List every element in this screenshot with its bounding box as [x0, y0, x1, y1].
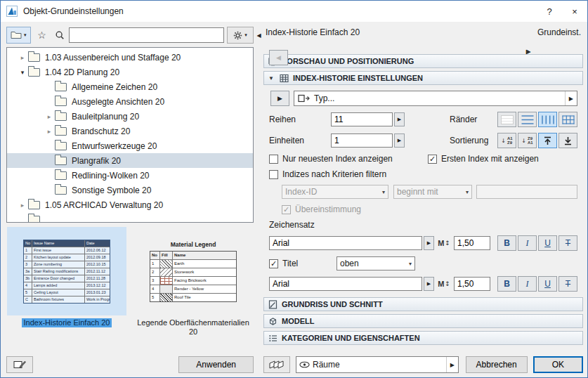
- pad-and-pencil-icon: [13, 360, 26, 370]
- object-previews: NoIssue NameDate1First issue2012.06.122K…: [6, 227, 254, 351]
- section-plan-and-section[interactable]: GRUNDRISS UND SCHNITT: [263, 297, 583, 311]
- tree-item[interactable]: 1.03 Aussenbereich und Staffage 20: [7, 50, 253, 65]
- folder-icon: [28, 216, 40, 223]
- ok-button[interactable]: OK: [533, 356, 583, 373]
- rows-popup-button[interactable]: [394, 112, 405, 126]
- chevron-down-icon: [466, 189, 469, 195]
- layers-button[interactable]: [263, 356, 290, 373]
- folder-icon: [55, 112, 67, 121]
- preview-index-history[interactable]: NoIssue NameDate1First issue2012.06.122K…: [6, 227, 127, 351]
- title-font-popup-button[interactable]: [424, 277, 434, 291]
- underline-button[interactable]: U: [538, 235, 557, 251]
- popup-arrow-icon: [565, 91, 577, 105]
- tree-item[interactable]: Brandschutz 20: [7, 124, 253, 138]
- font-size-input[interactable]: [454, 236, 490, 250]
- chevron-down-icon: [409, 261, 412, 267]
- apply-button[interactable]: Anwenden: [178, 356, 254, 373]
- rows-input[interactable]: [331, 112, 393, 126]
- section-model[interactable]: MODELL: [263, 314, 583, 328]
- units-input[interactable]: [331, 133, 393, 148]
- title-font-size-input[interactable]: [454, 277, 490, 291]
- preview-thumbnail-selected: NoIssue NameDate1First issue2012.06.122K…: [7, 227, 126, 315]
- section-index-history-settings[interactable]: INDEX-HISTORIE EINSTELLUNGEN: [263, 71, 583, 85]
- library-tree: 1.03 Aussenbereich und Staffage 20 1.04 …: [6, 47, 254, 223]
- text-height-icon: [436, 280, 452, 288]
- text-height-icon: [436, 239, 452, 247]
- folder-icon: [55, 157, 67, 165]
- material-legend-title: Material Legend: [171, 241, 216, 248]
- tree-item[interactable]: [7, 212, 253, 223]
- sorting-label: Sortierung: [450, 136, 497, 145]
- help-button[interactable]: ?: [537, 1, 562, 22]
- tree-item[interactable]: Bauleitplanung 20: [7, 109, 253, 124]
- tree-item[interactable]: Redlining-Wolken 20: [7, 168, 253, 183]
- index-history-settings-content: Typ... Reihen Ränder Einheiten: [263, 85, 583, 294]
- expander-icon[interactable]: [44, 113, 55, 120]
- titlebar: Objekt-Grundeinstellungen ? ×: [1, 1, 587, 22]
- expander-icon[interactable]: [17, 202, 28, 209]
- preview-material-legend[interactable]: Material Legend NoFillName1Earth2Stonewo…: [133, 227, 254, 351]
- title-underline-button[interactable]: U: [538, 276, 557, 292]
- sort-ascending-button[interactable]: [497, 133, 516, 148]
- title-strikethrough-button[interactable]: T: [558, 276, 577, 292]
- borders-none-button[interactable]: [497, 112, 516, 127]
- folder-icon: [55, 171, 67, 180]
- sort-down-button[interactable]: [558, 133, 577, 148]
- section-categories-properties[interactable]: KATEGORIEN UND EIGENSCHAFTEN: [263, 331, 583, 345]
- settings-menu-button[interactable]: [227, 27, 254, 44]
- transfer-settings-button[interactable]: [6, 356, 33, 373]
- sort-up-button[interactable]: [538, 133, 557, 148]
- app-icon: [6, 6, 18, 17]
- favorites-button[interactable]: [34, 27, 51, 44]
- layer-select[interactable]: Räume: [296, 356, 459, 373]
- checkbox-checked: [428, 155, 437, 164]
- previous-type-button: [269, 50, 288, 65]
- tree-item[interactable]: Allgemeine Zeichen 20: [7, 79, 253, 94]
- expander-icon[interactable]: [17, 69, 28, 76]
- search-input[interactable]: [69, 27, 224, 43]
- tree-item[interactable]: Sonstige Symbole 20: [7, 183, 253, 197]
- font-name-input[interactable]: [269, 236, 422, 250]
- units-label: Einheiten: [269, 136, 331, 145]
- expander-icon[interactable]: [44, 128, 55, 135]
- panel-collapse-button[interactable]: [254, 29, 263, 41]
- next-type-button[interactable]: [270, 91, 289, 106]
- folder-view-button[interactable]: [6, 27, 31, 44]
- tree-item-selected[interactable]: Plangrafik 20: [7, 153, 253, 168]
- tree-item[interactable]: Ausgelegte Ansichten 20: [7, 94, 253, 109]
- charset-label: Zeichensatz: [269, 220, 315, 230]
- borders-grid-button[interactable]: [558, 112, 577, 127]
- title-checkbox[interactable]: Titel: [269, 259, 337, 268]
- rows-label: Reihen: [269, 115, 331, 124]
- filter-criteria-checkbox[interactable]: Indizes nach Kriterien filtern: [269, 169, 386, 179]
- material-legend-mini-table: NoFillName1Earth2Stonework3Facing Brickw…: [150, 251, 237, 302]
- list-icon: [268, 334, 277, 343]
- title-bold-button[interactable]: B: [497, 276, 516, 292]
- sort-az-icon: [507, 136, 513, 145]
- filter-operator-select: beginnt mit: [393, 185, 472, 199]
- borders-columns-button[interactable]: [538, 112, 557, 127]
- arrow-down-icon: [521, 138, 526, 144]
- section-preview-positioning[interactable]: VORSCHAU UND POSITIONIERUNG: [263, 54, 583, 68]
- title-position-select[interactable]: oben: [337, 256, 415, 271]
- expander-icon[interactable]: [17, 54, 28, 61]
- bold-button[interactable]: B: [497, 235, 516, 251]
- type-selector[interactable]: Typ...: [294, 91, 577, 106]
- cube-icon: [268, 317, 277, 326]
- tree-item[interactable]: 1.04 2D Planung 20: [7, 65, 253, 79]
- selected-object-title: Index-Historie Einfach 20: [266, 27, 360, 37]
- tree-item[interactable]: 1.05 ARCHICAD Verwaltung 20: [7, 197, 253, 212]
- font-popup-button[interactable]: [424, 236, 434, 250]
- units-popup-button[interactable]: [394, 133, 405, 148]
- show-first-checkbox[interactable]: Ersten Index mit anzeigen: [428, 154, 539, 164]
- folder-icon: [55, 127, 67, 136]
- strikethrough-button[interactable]: T: [558, 235, 577, 251]
- close-button[interactable]: ×: [562, 1, 587, 22]
- newest-only-checkbox[interactable]: Nur neuesten Index anzeigen: [269, 154, 428, 164]
- title-text-style-buttons: B I U T: [497, 276, 577, 292]
- cancel-button[interactable]: Abbrechen: [466, 356, 528, 373]
- match-checkbox: Übereinstimmung: [282, 204, 361, 214]
- index-table-icon: [280, 74, 289, 83]
- title-font-name-input[interactable]: [269, 277, 422, 291]
- tree-item[interactable]: Entwurfswerkzeuge 20: [7, 138, 253, 153]
